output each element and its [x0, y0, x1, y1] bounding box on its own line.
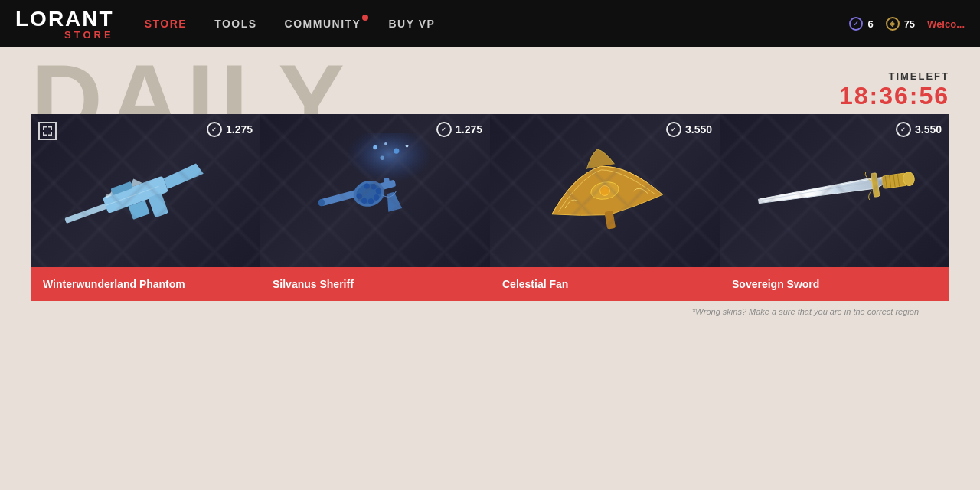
vp-amount: 6	[867, 18, 873, 30]
svg-marker-4	[107, 185, 122, 194]
svg-point-23	[361, 198, 368, 204]
nav-right: ✓ 6 ◈ 75 Welco...	[849, 17, 965, 31]
svg-point-20	[375, 188, 382, 194]
expand-icon[interactable]	[38, 122, 57, 140]
welcome-text: Welco...	[927, 18, 965, 30]
svg-point-11	[384, 142, 387, 145]
svg-point-10	[373, 145, 377, 150]
svg-point-16	[351, 178, 387, 211]
price-value-sheriff: 1.275	[456, 123, 482, 136]
svg-rect-0	[64, 188, 146, 223]
svg-rect-6	[106, 193, 112, 198]
skin-card-image-sword: ✓ 3.550	[720, 114, 949, 267]
weapon-phantom	[31, 114, 260, 267]
main-content: DAILY TIMELEFT 18:36:56 ✓ 1.275	[0, 47, 980, 490]
vp-currency: ✓ 6	[849, 17, 873, 31]
vp-price-icon-4: ✓	[896, 122, 911, 137]
svg-point-13	[406, 145, 409, 148]
svg-line-33	[885, 176, 887, 188]
skins-grid: ✓ 1.275	[31, 114, 949, 301]
price-value-fan: 3.550	[685, 123, 712, 136]
svg-point-17	[354, 181, 384, 207]
svg-rect-2	[148, 192, 168, 217]
disclaimer-text: *Wrong skins? Make a sure that you are i…	[31, 301, 949, 316]
svg-point-22	[368, 198, 374, 204]
price-phantom: ✓ 1.275	[207, 122, 253, 137]
svg-rect-31	[871, 173, 880, 198]
community-notification-dot	[362, 15, 368, 21]
skin-card-image-phantom: ✓ 1.275	[31, 114, 260, 267]
svg-line-34	[890, 175, 891, 188]
price-sheriff: ✓ 1.275	[436, 122, 482, 137]
svg-point-26	[317, 198, 325, 207]
nav-community[interactable]: COMMUNITY	[285, 18, 361, 30]
price-fan: ✓ 3.550	[666, 122, 712, 137]
price-value-phantom: 1.275	[226, 123, 253, 136]
svg-rect-3	[129, 200, 150, 219]
vp-icon: ✓	[849, 17, 863, 31]
rp-currency: ◈ 75	[886, 17, 915, 31]
rp-amount: 75	[904, 18, 915, 30]
skin-card-image-sheriff: ✓ 1.275	[260, 114, 490, 267]
svg-rect-1	[103, 175, 168, 214]
skin-card-sword[interactable]: ✓ 3.550	[720, 114, 949, 301]
daily-section: DAILY TIMELEFT 18:36:56 ✓ 1.275	[0, 63, 980, 316]
skin-card-fan[interactable]: ✓ 3.550	[490, 114, 720, 301]
nav-links: STORE TOOLS COMMUNITY BUY VP	[145, 18, 850, 30]
skin-label-fan: Celestial Fan	[490, 267, 720, 301]
svg-line-30	[760, 176, 888, 199]
nav-tools[interactable]: TOOLS	[214, 18, 256, 30]
skin-card-image-fan: ✓ 3.550	[490, 114, 720, 267]
svg-line-38	[762, 182, 869, 200]
vp-price-icon-3: ✓	[666, 122, 681, 137]
price-sword: ✓ 3.550	[896, 122, 942, 137]
price-value-sword: 3.550	[915, 123, 942, 136]
timer-label: TIMELEFT	[839, 70, 949, 82]
svg-point-9	[347, 133, 432, 183]
svg-line-8	[106, 186, 159, 205]
skin-label-phantom: Winterwunderland Phantom	[31, 267, 260, 301]
svg-marker-5	[127, 176, 143, 188]
timer-value: 18:36:56	[839, 82, 949, 110]
weapon-fan	[490, 114, 720, 267]
svg-point-14	[380, 156, 384, 161]
svg-line-35	[893, 175, 895, 187]
svg-rect-25	[384, 178, 391, 188]
rp-icon: ◈	[886, 17, 900, 31]
svg-point-27	[590, 180, 620, 201]
skin-label-sheriff: Silvanus Sheriff	[260, 267, 490, 301]
svg-point-19	[370, 183, 377, 190]
skin-card-phantom[interactable]: ✓ 1.275	[31, 114, 260, 301]
skin-card-sheriff[interactable]: ✓ 1.275	[260, 114, 490, 301]
svg-point-18	[364, 183, 371, 190]
svg-rect-29	[604, 211, 616, 229]
svg-point-24	[356, 193, 363, 200]
logo-subtitle: STORE	[15, 30, 114, 40]
svg-point-21	[373, 194, 380, 201]
svg-point-12	[394, 148, 399, 153]
vp-price-icon-2: ✓	[436, 122, 452, 137]
weapon-sheriff	[260, 114, 490, 267]
timer-section: TIMELEFT 18:36:56	[839, 63, 949, 110]
skin-label-sword: Sovereign Sword	[720, 267, 949, 301]
logo-title: LORANT	[15, 8, 114, 30]
nav-buy-vp[interactable]: BUY VP	[388, 18, 435, 30]
navbar: LORANT STORE STORE TOOLS COMMUNITY BUY V…	[0, 0, 980, 47]
vp-price-icon: ✓	[207, 122, 222, 137]
svg-rect-7	[110, 181, 132, 194]
svg-rect-15	[319, 179, 396, 206]
svg-point-28	[599, 185, 611, 197]
nav-store[interactable]: STORE	[145, 18, 187, 30]
site-logo[interactable]: LORANT STORE	[15, 8, 114, 40]
svg-point-37	[903, 172, 916, 187]
weapon-sword	[720, 114, 949, 267]
svg-rect-32	[882, 173, 908, 189]
svg-line-36	[897, 174, 899, 186]
